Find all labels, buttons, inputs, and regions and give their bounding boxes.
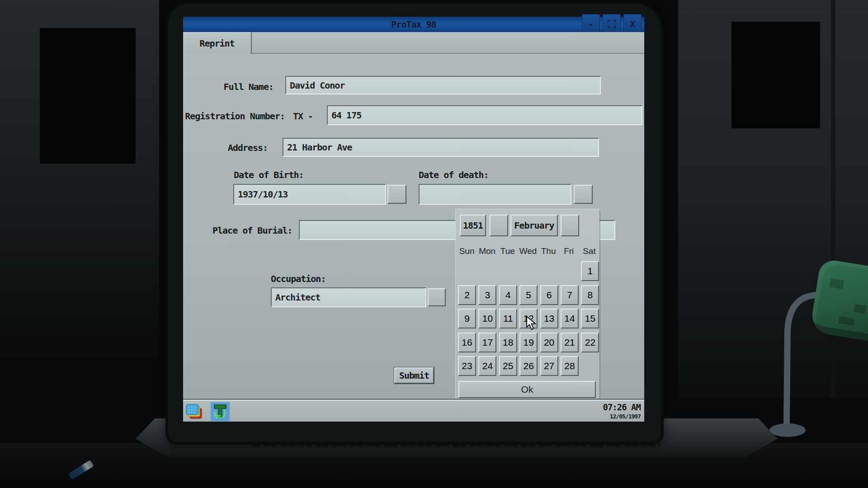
registration-number-label: Registration Number: <box>183 111 285 122</box>
date-of-death-input[interactable] <box>419 184 571 205</box>
taskbar-item-cards[interactable] <box>185 403 203 420</box>
submit-button[interactable]: Submit <box>394 367 434 384</box>
close-button[interactable]: X <box>623 14 642 34</box>
calendar-day-28[interactable]: 28 <box>561 356 579 376</box>
protax-logo-icon <box>212 403 229 420</box>
tab-reprint[interactable]: Reprint <box>183 32 252 54</box>
window-title: ProTax 98 <box>183 19 644 30</box>
taskbar: 07:26 AM 12/05/1997 <box>183 400 644 422</box>
mouse-cursor <box>526 316 538 331</box>
calendar-day-23[interactable]: 23 <box>458 356 476 376</box>
protax-window: ProTax 98 - X Rep <box>183 17 644 422</box>
taskbar-item-protax[interactable] <box>212 403 229 420</box>
calendar-popup: 1851 February Sun Mon Tue Wed Thu Fri Sa… <box>456 209 599 404</box>
calendar-day-24[interactable]: 24 <box>478 356 496 376</box>
place-of-burial-label: Place of Burial: <box>212 225 292 236</box>
calendar-day-20[interactable]: 20 <box>540 333 558 352</box>
calendar-day-10[interactable]: 10 <box>478 309 496 328</box>
calendar-ok-button[interactable]: Ok <box>458 381 596 398</box>
window-titlebar[interactable]: ProTax 98 - X <box>183 17 644 32</box>
calendar-month-spinner-button[interactable] <box>561 215 579 236</box>
weekday-fri: Fri <box>559 246 579 256</box>
expand-arrows-icon <box>607 19 617 29</box>
date-of-death-label: Date of death: <box>419 169 489 180</box>
address-input[interactable]: 21 Harbor Ave <box>283 138 599 157</box>
calendar-year-button[interactable]: 1851 <box>460 215 486 236</box>
calendar-day-3[interactable]: 3 <box>478 285 496 305</box>
game-scene: ProTax 98 - X Rep <box>0 0 868 488</box>
calendar-day-27[interactable]: 27 <box>540 356 558 376</box>
registration-prefix: TX - <box>293 111 313 122</box>
weekday-sat: Sat <box>579 246 599 256</box>
calendar-day-21[interactable]: 21 <box>561 333 579 352</box>
maximize-button[interactable] <box>603 14 621 34</box>
calendar-day-2[interactable]: 2 <box>458 285 476 305</box>
weekday-tue: Tue <box>497 246 518 256</box>
calendar-day-9[interactable]: 9 <box>458 309 476 328</box>
registration-number-input[interactable]: 64 175 <box>327 105 642 125</box>
calendar-day-17[interactable]: 17 <box>478 333 496 352</box>
date-of-birth-label: Date of Birth: <box>234 169 304 180</box>
calendar-day-15[interactable]: 15 <box>581 309 599 328</box>
address-label: Address: <box>183 142 268 153</box>
calendar-day-11[interactable]: 11 <box>499 309 517 328</box>
calendar-day-18[interactable]: 18 <box>499 333 517 352</box>
calendar-day-14[interactable]: 14 <box>561 309 579 328</box>
minimize-button[interactable]: - <box>582 14 600 34</box>
date-of-birth-picker-button[interactable] <box>387 185 406 204</box>
calendar-day-5[interactable]: 5 <box>519 285 538 305</box>
calendar-day-8[interactable]: 8 <box>581 285 599 305</box>
calendar-day-7[interactable]: 7 <box>561 285 579 305</box>
weekday-sun: Sun <box>457 246 477 256</box>
date-of-birth-input[interactable]: 1937/10/13 <box>233 184 386 205</box>
weekday-wed: Wed <box>518 246 538 256</box>
clock-date: 12/05/1997 <box>603 413 641 420</box>
calendar-month-button[interactable]: February <box>510 215 558 236</box>
calendar-year-spinner-button[interactable] <box>490 215 508 236</box>
calendar-day-25[interactable]: 25 <box>499 356 517 376</box>
calendar-day-19[interactable]: 19 <box>519 333 538 352</box>
calendar-day-13[interactable]: 13 <box>540 309 558 328</box>
occupation-picker-button[interactable] <box>428 288 446 306</box>
clock-time: 07:26 AM <box>603 402 641 412</box>
calendar-day-22[interactable]: 22 <box>581 333 599 352</box>
dark-window-opening <box>731 22 820 128</box>
stacked-cards-icon <box>185 403 203 420</box>
close-icon: X <box>630 19 635 29</box>
calendar-day-26[interactable]: 26 <box>519 356 538 376</box>
weekday-thu: Thu <box>538 246 559 256</box>
minimize-icon: - <box>588 19 594 29</box>
calendar-day-4[interactable]: 4 <box>499 285 517 305</box>
full-name-input[interactable]: David Conor <box>285 76 601 94</box>
date-of-death-picker-button[interactable] <box>574 185 593 204</box>
calendar-day-6[interactable]: 6 <box>540 285 558 305</box>
calendar-day-16[interactable]: 16 <box>458 333 476 352</box>
calendar-weekday-header: Sun Mon Tue Wed Thu Fri Sat <box>457 246 599 256</box>
voxel-wall-left <box>0 0 159 357</box>
occupation-input[interactable]: Architect <box>271 287 426 307</box>
occupation-label: Occupation: <box>271 273 326 284</box>
menu-bar: Reprint <box>183 32 644 54</box>
calendar-day-1[interactable]: 1 <box>581 261 599 281</box>
taskbar-clock[interactable]: 07:26 AM 12/05/1997 <box>603 402 641 420</box>
full-name-label: Full Name: <box>183 81 274 92</box>
weekday-mon: Mon <box>477 246 497 256</box>
dark-window-opening <box>40 28 136 164</box>
